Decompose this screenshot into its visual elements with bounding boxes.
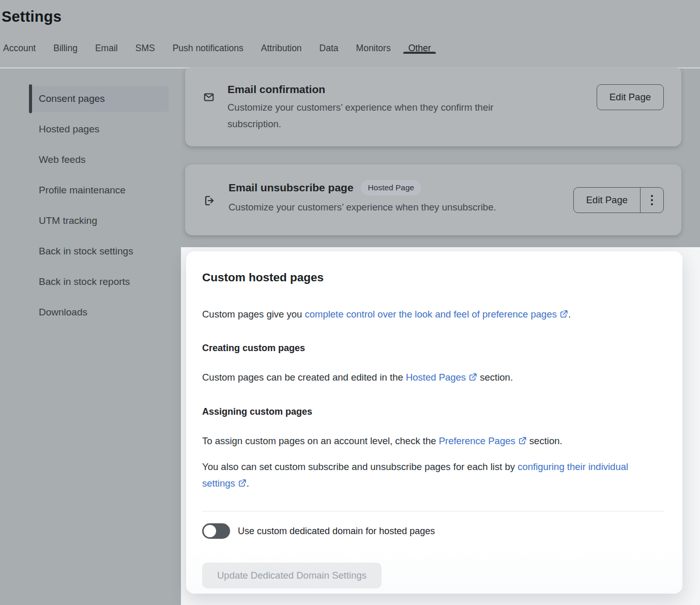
sidebar-item-utm-tracking[interactable]: UTM tracking (30, 208, 169, 234)
sidebar-item-hosted-pages[interactable]: Hosted pages (30, 116, 169, 142)
preference-pages-control-link[interactable]: complete control over the look and feel … (305, 309, 568, 320)
preference-pages-link[interactable]: Preference Pages (439, 435, 527, 446)
update-dedicated-domain-button[interactable]: Update Dedicated Domain Settings (202, 563, 382, 588)
creating-paragraph: Custom pages can be created and edited i… (202, 369, 659, 386)
panel-title: Custom hosted pages (202, 271, 664, 284)
kebab-menu-icon[interactable] (641, 188, 663, 213)
tab-other[interactable]: Other (408, 41, 431, 54)
sidebar-item-downloads[interactable]: Downloads (30, 299, 169, 325)
tab-push-notifications[interactable]: Push notifications (173, 41, 244, 54)
tab-attribution[interactable]: Attribution (261, 41, 302, 54)
email-confirmation-card: Email confirmation Customize your custom… (185, 68, 681, 146)
card-body: Email unsubscribe page Hosted Page Custo… (229, 180, 573, 216)
card-body: Email confirmation Customize your custom… (227, 83, 597, 132)
sidebar-item-profile-maintenance[interactable]: Profile maintenance (30, 177, 169, 203)
card-title: Email confirmation (227, 83, 325, 96)
highlight-cutout: Custom hosted pages Custom pages give yo… (181, 247, 700, 605)
sign-out-icon (203, 194, 216, 209)
sidebar-item-consent-pages[interactable]: Consent pages (30, 86, 169, 112)
sidebar-item-back-in-stock-reports[interactable]: Back in stock reports (30, 269, 169, 295)
edit-page-button[interactable]: Edit Page (574, 188, 640, 213)
card-description: Customize your customers’ experience whe… (227, 99, 548, 132)
sidebar-item-back-in-stock-settings[interactable]: Back in stock settings (30, 238, 169, 264)
edit-page-button[interactable]: Edit Page (597, 84, 664, 110)
edit-page-button-group: Edit Page (573, 187, 664, 213)
email-unsubscribe-card: Email unsubscribe page Hosted Page Custo… (185, 164, 681, 235)
assigning-paragraph-1: To assign custom pages on an account lev… (202, 433, 659, 450)
tab-sms[interactable]: SMS (135, 41, 155, 54)
creating-custom-pages-heading: Creating custom pages (202, 343, 664, 354)
external-link-icon (468, 370, 477, 386)
tab-email[interactable]: Email (95, 41, 118, 54)
intro-paragraph: Custom pages give you complete control o… (202, 306, 659, 323)
external-link-icon (518, 434, 527, 450)
settings-tabs: Account Billing Email SMS Push notificat… (3, 41, 431, 67)
custom-domain-toggle[interactable] (202, 523, 230, 539)
assigning-paragraph-2: You also can set custom subscribe and un… (202, 459, 659, 492)
header: Settings Account Billing Email SMS Push … (0, 0, 700, 68)
section-divider (202, 511, 664, 511)
toggle-label: Use custom dedicated domain for hosted p… (238, 526, 435, 537)
tab-account[interactable]: Account (3, 41, 36, 54)
tab-billing[interactable]: Billing (53, 41, 78, 54)
assigning-custom-pages-heading: Assigning custom pages (202, 406, 664, 417)
tab-monitors[interactable]: Monitors (356, 41, 391, 54)
tab-data[interactable]: Data (319, 41, 339, 54)
envelope-icon (203, 92, 215, 105)
sidebar: Consent pages Hosted pages Web feeds Pro… (0, 68, 181, 605)
intro-prefix: Custom pages give you (202, 309, 305, 320)
external-link-icon (238, 476, 247, 492)
intro-suffix: . (568, 309, 571, 320)
sidebar-item-web-feeds[interactable]: Web feeds (30, 147, 169, 173)
card-description: Customize your customers’ experience whe… (229, 199, 573, 216)
toggle-knob (204, 525, 216, 537)
hosted-pages-link[interactable]: Hosted Pages (406, 372, 477, 383)
custom-domain-toggle-row: Use custom dedicated domain for hosted p… (202, 523, 664, 539)
external-link-icon (559, 307, 568, 323)
dimmed-content-area: Email confirmation Customize your custom… (181, 68, 700, 247)
card-title: Email unsubscribe page (229, 182, 354, 194)
hosted-page-badge: Hosted Page (361, 180, 422, 195)
settings-screen: Settings Account Billing Email SMS Push … (0, 0, 700, 605)
page-title: Settings (0, 0, 700, 25)
custom-hosted-pages-panel: Custom hosted pages Custom pages give yo… (186, 251, 682, 594)
